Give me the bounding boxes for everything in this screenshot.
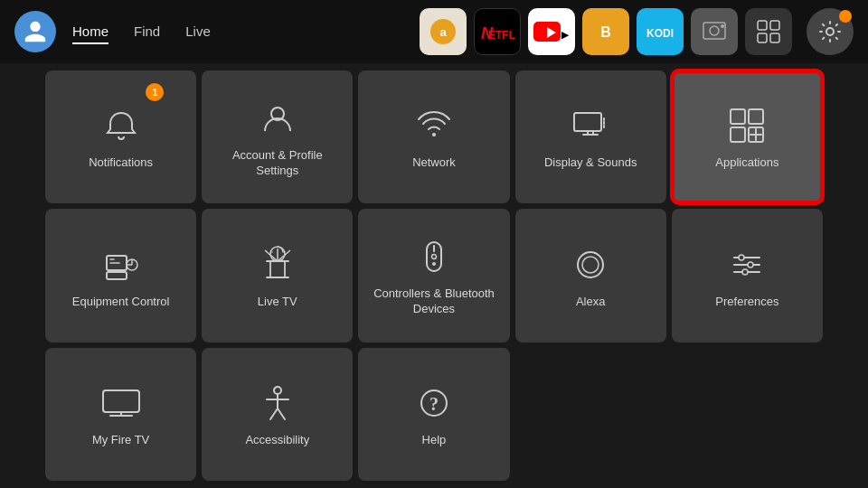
network-label: Network [412, 155, 456, 171]
settings-notification-badge [839, 10, 852, 23]
nav-find[interactable]: Find [134, 20, 160, 44]
grid-item-alexa[interactable]: Alexa [515, 209, 666, 342]
controllers-label: Controllers & Bluetooth Devices [367, 286, 500, 317]
account-icon-area [259, 96, 296, 141]
equipment-label: Equipment Control [72, 295, 170, 310]
svg-rect-17 [758, 33, 767, 42]
svg-point-43 [582, 257, 599, 273]
controllers-icon-area [418, 234, 450, 279]
svg-rect-22 [574, 113, 601, 131]
svg-point-47 [739, 255, 744, 260]
grid-item-preferences[interactable]: Preferences [672, 209, 823, 342]
svg-line-57 [278, 408, 285, 419]
help-icon-area: ? [416, 380, 452, 426]
account-label: Account & Profile Settings [211, 148, 344, 179]
svg-point-14 [721, 24, 724, 28]
applications-label: Applications [715, 155, 778, 171]
svg-rect-50 [103, 390, 139, 412]
alexa-label: Alexa [576, 295, 606, 310]
equipment-icon-area [101, 242, 141, 287]
svg-point-41 [432, 262, 436, 266]
svg-rect-18 [770, 33, 779, 42]
alexa-icon-area [572, 242, 609, 287]
accessibility-icon-area [259, 380, 296, 426]
firetv-icon-area [101, 380, 141, 426]
livetv-label: Live TV [258, 295, 297, 310]
app-photo-gallery[interactable] [691, 8, 738, 55]
applications-icon-area [727, 103, 767, 148]
svg-rect-25 [731, 127, 745, 142]
preferences-icon-area [729, 242, 765, 287]
livetv-icon-area [259, 242, 296, 287]
svg-point-48 [748, 262, 753, 267]
app-netflix[interactable]: NETFLIX [474, 8, 521, 55]
svg-point-49 [742, 269, 748, 275]
svg-point-21 [432, 133, 436, 136]
grid-item-equipment-control[interactable]: Equipment Control [45, 209, 196, 342]
settings-grid: 1 Notifications Account & Profile Settin… [0, 63, 868, 488]
network-icon-area [416, 103, 452, 148]
grid-item-help[interactable]: ? Help [358, 348, 509, 481]
grid-item-accessibility[interactable]: Accessibility [202, 348, 353, 481]
svg-text:a: a [439, 25, 447, 39]
grid-item-my-fire-tv[interactable]: My Fire TV [45, 348, 196, 481]
user-avatar[interactable] [14, 11, 56, 52]
svg-rect-15 [758, 21, 767, 30]
help-label: Help [422, 433, 447, 448]
navbar: Home Find Live a NETFLIX ▶ B KODI [0, 0, 868, 63]
app-grid-view[interactable] [745, 8, 792, 55]
notifications-icon-area [103, 103, 139, 148]
grid-item-applications[interactable]: Applications [672, 70, 823, 203]
svg-rect-16 [770, 21, 779, 30]
grid-item-controllers[interactable]: Controllers & Bluetooth Devices [358, 209, 509, 342]
svg-text:▶: ▶ [561, 30, 570, 40]
grid-item-live-tv[interactable]: Live TV [202, 209, 353, 342]
svg-line-56 [270, 408, 278, 419]
grid-item-network[interactable]: Network [358, 70, 509, 203]
svg-point-53 [274, 387, 281, 394]
app-kodi[interactable]: KODI [637, 8, 684, 55]
svg-text:KODI: KODI [646, 27, 674, 40]
app-youtube[interactable]: ▶ [528, 8, 575, 55]
app-blaze[interactable]: B [582, 8, 629, 55]
svg-point-40 [431, 255, 436, 259]
svg-text:B: B [600, 24, 611, 40]
svg-point-42 [578, 252, 603, 277]
grid-item-display-sounds[interactable]: Display & Sounds [515, 70, 666, 203]
grid-item-account-profile[interactable]: Account & Profile Settings [202, 70, 353, 203]
display-icon-area [571, 103, 610, 148]
app-amazon-appstore[interactable]: a [420, 8, 467, 55]
display-sounds-label: Display & Sounds [544, 155, 637, 171]
nav-live[interactable]: Live [185, 20, 211, 44]
preferences-label: Preferences [715, 295, 778, 310]
svg-rect-30 [107, 272, 127, 279]
notifications-badge: 1 [146, 83, 164, 101]
my-fire-tv-label: My Fire TV [92, 433, 149, 448]
accessibility-label: Accessibility [245, 433, 309, 448]
grid-item-notifications[interactable]: 1 Notifications [45, 70, 196, 203]
nav-links: Home Find Live [72, 20, 211, 44]
svg-rect-24 [749, 109, 763, 124]
notifications-label: Notifications [89, 155, 153, 171]
nav-home[interactable]: Home [72, 20, 108, 44]
settings-button[interactable] [807, 8, 854, 55]
nav-apps: a NETFLIX ▶ B KODI [420, 8, 792, 55]
svg-text:?: ? [429, 394, 439, 414]
svg-point-19 [826, 28, 834, 35]
svg-rect-23 [731, 109, 745, 124]
svg-text:ETFLIX: ETFLIX [488, 29, 515, 42]
